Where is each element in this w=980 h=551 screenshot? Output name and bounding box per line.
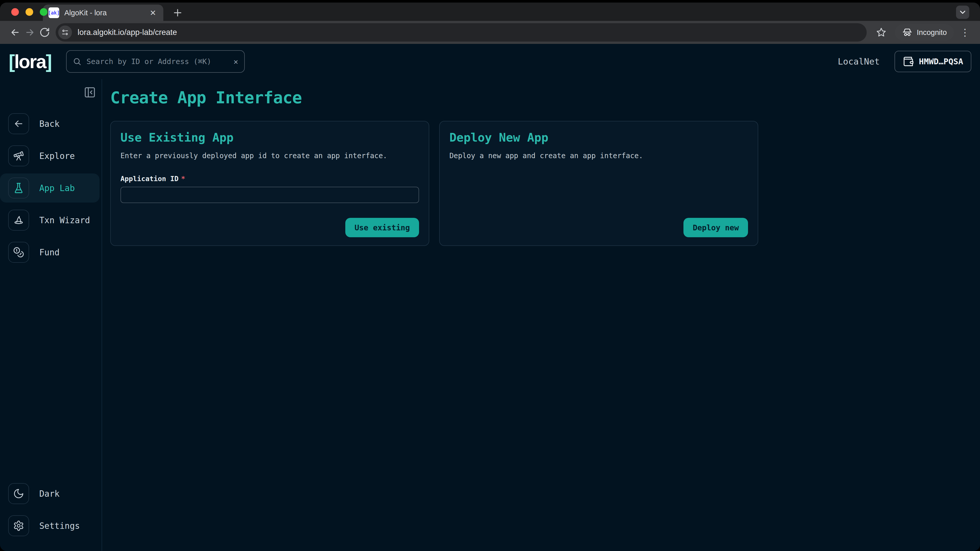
lora-app: [lora] ✕ LocalNet HMWD…PQSA bbox=[0, 44, 980, 551]
search-input[interactable] bbox=[86, 57, 228, 66]
card-description: Enter a previously deployed app id to cr… bbox=[121, 151, 419, 160]
global-search[interactable]: ✕ bbox=[66, 50, 245, 73]
deploy-new-app-card: Deploy New App Deploy a new app and crea… bbox=[439, 121, 758, 246]
back-button[interactable] bbox=[8, 25, 22, 40]
sidebar: Back Explore App Lab bbox=[0, 79, 102, 551]
wallet-button[interactable]: HMWD…PQSA bbox=[894, 51, 971, 72]
browser-tab[interactable]: [ak] AlgoKit - lora ✕ bbox=[43, 5, 163, 21]
lora-logo[interactable]: [lora] bbox=[9, 51, 51, 73]
sidebar-collapse-button[interactable] bbox=[84, 86, 96, 98]
close-window-button[interactable] bbox=[11, 8, 19, 16]
card-title: Use Existing App bbox=[121, 130, 419, 144]
page-title: Create App Interface bbox=[110, 88, 970, 107]
card-title: Deploy New App bbox=[449, 130, 748, 144]
telescope-icon bbox=[8, 145, 29, 166]
main-content: Create App Interface Use Existing App En… bbox=[102, 79, 980, 551]
sidebar-item-app-lab[interactable]: App Lab bbox=[0, 173, 100, 203]
forward-button[interactable] bbox=[22, 25, 37, 40]
logo-bracket-right: ] bbox=[46, 51, 51, 72]
app-body: Back Explore App Lab bbox=[0, 79, 980, 551]
browser-menu-button[interactable]: ⋮ bbox=[958, 27, 972, 37]
url-text[interactable]: lora.algokit.io/app-lab/create bbox=[78, 28, 177, 37]
gear-icon bbox=[8, 515, 29, 536]
wizard-hat-icon bbox=[8, 210, 29, 230]
card-footer: Deploy new bbox=[449, 218, 748, 237]
sidebar-bottom: Dark Settings bbox=[0, 478, 102, 542]
tab-favicon: [ak] bbox=[48, 7, 59, 18]
panel-collapse-icon bbox=[84, 86, 96, 98]
sidebar-item-settings[interactable]: Settings bbox=[0, 511, 100, 540]
tune-icon bbox=[61, 29, 69, 36]
sidebar-item-label: Settings bbox=[39, 521, 80, 531]
chevron-down-icon bbox=[958, 8, 967, 17]
wallet-address: HMWD…PQSA bbox=[919, 57, 963, 66]
sidebar-item-label: Fund bbox=[39, 248, 59, 257]
required-asterisk: * bbox=[181, 175, 185, 183]
sidebar-nav: Back Explore App Lab bbox=[0, 108, 102, 268]
flask-icon bbox=[8, 178, 29, 198]
search-icon bbox=[73, 57, 81, 66]
plus-icon bbox=[172, 7, 183, 18]
header-right: LocalNet HMWD…PQSA bbox=[838, 51, 971, 72]
arrow-left-icon bbox=[8, 113, 29, 134]
tab-search-button[interactable] bbox=[956, 6, 969, 19]
application-id-input[interactable] bbox=[121, 187, 419, 203]
sidebar-item-label: Explore bbox=[39, 151, 75, 161]
zoom-window-button[interactable] bbox=[40, 8, 48, 16]
sidebar-item-theme-dark[interactable]: Dark bbox=[0, 479, 100, 508]
tab-title: AlgoKit - lora bbox=[64, 9, 143, 17]
network-label[interactable]: LocalNet bbox=[838, 56, 880, 67]
incognito-badge: Incognito bbox=[895, 24, 954, 41]
logo-bracket-left: [ bbox=[9, 51, 14, 72]
sidebar-item-label: Txn Wizard bbox=[39, 215, 90, 225]
sidebar-item-back[interactable]: Back bbox=[0, 109, 100, 138]
cards-row: Use Existing App Enter a previously depl… bbox=[110, 121, 970, 246]
sidebar-item-txn-wizard[interactable]: Txn Wizard bbox=[0, 206, 100, 235]
site-settings-button[interactable] bbox=[58, 25, 72, 39]
sidebar-item-label: Dark bbox=[39, 489, 59, 499]
bookmark-button[interactable] bbox=[874, 25, 889, 40]
application-id-label: Application ID* bbox=[121, 175, 419, 183]
app-header: [lora] ✕ LocalNet HMWD…PQSA bbox=[0, 44, 980, 79]
reload-icon bbox=[39, 27, 50, 38]
sidebar-item-label: App Lab bbox=[39, 183, 75, 193]
card-description: Deploy a new app and create an app inter… bbox=[449, 151, 748, 160]
tab-strip: [ak] AlgoKit - lora ✕ bbox=[0, 3, 980, 21]
incognito-label: Incognito bbox=[917, 28, 947, 37]
arrow-right-icon bbox=[24, 27, 35, 38]
arrow-left-icon bbox=[10, 27, 21, 38]
use-existing-app-card: Use Existing App Enter a previously depl… bbox=[110, 121, 429, 246]
moon-icon bbox=[8, 483, 29, 504]
traffic-lights bbox=[11, 8, 48, 16]
deploy-new-button[interactable]: Deploy new bbox=[683, 218, 748, 237]
browser-toolbar: lora.algokit.io/app-lab/create Incognito… bbox=[0, 21, 980, 44]
use-existing-button[interactable]: Use existing bbox=[345, 218, 419, 237]
browser-window: [ak] AlgoKit - lora ✕ lora.algokit.io/ap… bbox=[0, 3, 980, 551]
incognito-icon bbox=[902, 27, 913, 38]
wallet-icon bbox=[903, 56, 914, 67]
search-clear-icon[interactable]: ✕ bbox=[234, 57, 238, 66]
minimize-window-button[interactable] bbox=[25, 8, 33, 16]
card-footer: Use existing bbox=[121, 218, 419, 237]
new-tab-button[interactable] bbox=[172, 7, 183, 18]
logo-text: lora bbox=[14, 51, 46, 72]
reload-button[interactable] bbox=[37, 25, 52, 40]
sidebar-item-explore[interactable]: Explore bbox=[0, 141, 100, 170]
tab-close-icon[interactable]: ✕ bbox=[148, 8, 158, 17]
coins-icon bbox=[8, 242, 29, 263]
star-icon bbox=[876, 27, 886, 38]
sidebar-item-label: Back bbox=[39, 119, 59, 129]
address-bar[interactable]: lora.algokit.io/app-lab/create bbox=[56, 23, 867, 41]
sidebar-item-fund[interactable]: Fund bbox=[0, 238, 100, 267]
